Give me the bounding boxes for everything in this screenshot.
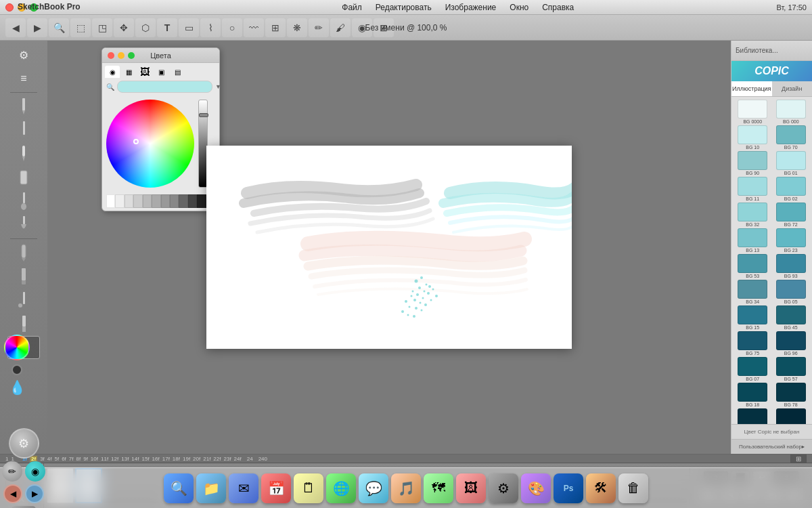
swatch-5[interactable]	[152, 194, 160, 208]
copic-swatch-BG-45[interactable]: BG 45	[773, 305, 810, 330]
color-search-input[interactable]	[117, 81, 212, 93]
lasso-tool[interactable]: ◳	[92, 18, 112, 37]
copic-swatch-BG-23[interactable]: BG 23	[773, 228, 810, 253]
dock-system-prefs[interactable]: ⚙	[489, 473, 518, 503]
swatch-8[interactable]	[179, 194, 187, 208]
color-tab-wheel[interactable]: ◉	[105, 66, 120, 78]
marker-tool-1[interactable]	[7, 241, 40, 264]
canvas-area[interactable]: Цвета ◉ ▦ 🖼 ▣ ▤ 🔍 ▼	[47, 41, 731, 454]
copic-swatch-BG-96[interactable]: BG 96	[773, 331, 810, 356]
dropper-icon[interactable]: 💧	[9, 379, 26, 396]
color-tab-palette[interactable]: ▤	[170, 66, 185, 78]
pencil-tool-1[interactable]	[7, 95, 40, 118]
drawing-canvas[interactable]	[206, 146, 572, 349]
copic-swatch-BG-49[interactable]: BG 49	[773, 408, 810, 424]
marker-tool-2[interactable]	[7, 265, 40, 288]
text-tool[interactable]: T	[157, 18, 177, 37]
color-dropdown-icon[interactable]: ▼	[215, 83, 221, 90]
copic-tab-design[interactable]: Дизайн	[772, 81, 813, 96]
color-wheel[interactable]	[106, 100, 194, 188]
copic-swatch-BG-57[interactable]: BG 57	[773, 357, 810, 381]
dock-maps[interactable]: 🗺	[424, 473, 453, 503]
swatch-9[interactable]	[188, 194, 197, 208]
timeline-expand[interactable]: ⊞	[790, 454, 807, 463]
color-tab-swatches[interactable]: ▣	[154, 66, 168, 78]
dock-calendar[interactable]: 📅	[261, 473, 291, 503]
tool-spinner-2[interactable]: ◉	[25, 461, 45, 482]
copic-swatch-BG-11[interactable]: BG 11	[734, 177, 771, 201]
distort-tool[interactable]: ⬡	[135, 18, 156, 37]
copic-swatch-BG-01[interactable]: BG 01	[773, 151, 810, 175]
symmetry-tool[interactable]: ❋	[287, 18, 307, 37]
swatch-2[interactable]	[125, 194, 133, 208]
copic-swatch-BG-09[interactable]: BG 09	[734, 408, 771, 424]
copic-swatch-BG-34[interactable]: BG 34	[734, 280, 771, 304]
copic-swatch-BG-15[interactable]: BG 15	[734, 305, 771, 330]
menu-image[interactable]: Изображение	[443, 1, 499, 14]
swatch-3[interactable]	[133, 194, 142, 208]
pencil-tool-3[interactable]	[7, 142, 40, 165]
dock-ps[interactable]: Ps	[554, 473, 583, 503]
dock-trash[interactable]: 🗑	[618, 473, 648, 503]
copic-tab-illustration[interactable]: Иллюстрация	[731, 81, 772, 96]
dark-dot[interactable]	[12, 364, 22, 375]
radial-spinner[interactable]: ⚙	[9, 428, 39, 459]
copic-custom-set[interactable]: Пользовательский набор▸	[731, 439, 812, 454]
menu-file[interactable]: Файл	[339, 1, 365, 14]
stroke-tool[interactable]: ✏	[309, 18, 329, 37]
brush-settings[interactable]: 🖌	[330, 18, 351, 37]
copic-swatch-BG-72[interactable]: BG 72	[773, 203, 810, 227]
swatch-7[interactable]	[170, 194, 179, 208]
dock-mail[interactable]: ✉	[229, 473, 258, 503]
color-tab-image[interactable]: 🖼	[137, 66, 152, 78]
color-tab-sliders[interactable]: ▦	[121, 66, 136, 78]
color-panel-max[interactable]	[128, 52, 135, 59]
menu-help[interactable]: Справка	[539, 1, 577, 14]
transform-tool[interactable]: ✥	[114, 18, 134, 37]
nav-back[interactable]: ◀	[3, 484, 22, 503]
dock-photos[interactable]: 🖼	[456, 473, 486, 503]
copic-swatch-BG-05[interactable]: BG 05	[773, 280, 810, 304]
copic-swatch-BG-07[interactable]: BG 07	[734, 357, 771, 381]
copic-swatch-BG-70[interactable]: BG 70	[773, 125, 810, 150]
curve-tool[interactable]: 〰	[244, 18, 264, 37]
brightness-handle[interactable]	[199, 113, 208, 117]
copic-swatch-BG-53[interactable]: BG 53	[734, 254, 771, 278]
pencil-tool-2[interactable]	[7, 119, 40, 142]
color-panel-close[interactable]	[108, 52, 114, 59]
undo-button[interactable]: ◀	[5, 18, 26, 37]
dock-app-1[interactable]: 🎨	[521, 473, 551, 503]
dock-music[interactable]: 🎵	[391, 473, 421, 503]
rect-select-tool[interactable]: ⬚	[70, 18, 91, 37]
brush-tool-1[interactable]	[7, 190, 40, 213]
swatch-10[interactable]	[197, 194, 206, 208]
color-panel-min[interactable]	[118, 52, 125, 59]
dock-safari[interactable]: 🌐	[326, 473, 356, 503]
layers-tool[interactable]: ≡	[7, 67, 40, 90]
mesh-tool[interactable]: ⊞	[265, 18, 286, 37]
dock-folder[interactable]: 📁	[196, 473, 226, 503]
dock-notes[interactable]: 🗒	[294, 473, 323, 503]
copic-swatch-BG-93[interactable]: BG 93	[773, 254, 810, 278]
tool-spinner-1[interactable]: ✏	[2, 461, 22, 482]
swatch-white[interactable]	[106, 194, 115, 208]
copic-swatch-BG-90[interactable]: BG 90	[734, 151, 771, 175]
color-circle-tool[interactable]	[4, 335, 30, 360]
dock-app-2[interactable]: 🛠	[586, 473, 616, 503]
swatch-4[interactable]	[143, 194, 152, 208]
eraser-tool[interactable]	[7, 166, 40, 189]
settings-tool[interactable]: ⚙	[7, 43, 40, 66]
copic-swatch-BG-18[interactable]: BG 18	[734, 383, 771, 407]
copic-swatch-BG-10[interactable]: BG 10	[734, 125, 771, 150]
zoom-tool[interactable]: 🔍	[49, 18, 69, 37]
brush-tool-2[interactable]	[7, 213, 40, 236]
copic-swatch-BG-0000[interactable]: BG 0000	[734, 100, 771, 124]
swatch-6[interactable]	[161, 194, 170, 208]
swatch-1[interactable]	[115, 194, 124, 208]
nav-forward[interactable]: ▶	[25, 484, 44, 503]
menu-window[interactable]: Окно	[507, 1, 531, 14]
redo-button[interactable]: ▶	[27, 18, 47, 37]
copic-swatch-BG-000[interactable]: BG 000	[773, 100, 810, 124]
close-button[interactable]	[5, 3, 14, 12]
dock-messages[interactable]: 💬	[359, 473, 388, 503]
